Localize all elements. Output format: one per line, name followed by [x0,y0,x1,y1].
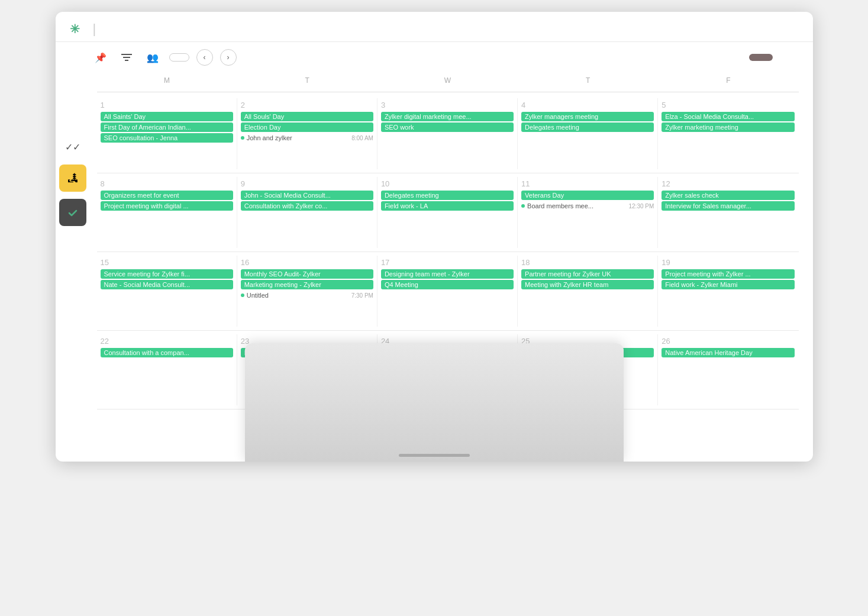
event-block[interactable]: Delegates meeting [521,122,654,132]
event-block[interactable]: Delegates meeting [381,191,514,200]
week-row-2: 15Service meeting for Zylker fi...Nate -… [97,252,799,331]
event-block[interactable]: Monthly SEO Audit- Zylker [241,269,373,279]
event-block[interactable]: Zylker marketing meeting [662,122,795,132]
event-block[interactable]: Elza - Social Media Consulta... [662,112,795,121]
day-number-16: 16 [241,258,373,267]
event-timed-time: 7:30 PM [351,292,373,299]
day-number-22: 22 [101,337,233,346]
day-cell-12: 12Zylker sales checkInterview for Sales … [658,177,798,248]
day-cell-10: 10Delegates meetingField work - LA [377,177,518,248]
photo-widget[interactable]: 🏞 [59,165,86,192]
day-number-5: 5 [662,101,795,109]
weekly-view-button[interactable] [775,54,799,61]
event-block[interactable]: Nate - Social Media Consult... [101,280,233,289]
app-window: ✳ | 📌 👥 ‹ › M T W [56,12,813,462]
day-cell-18: 18Partner meeting for Zylker UKMeeting w… [518,256,658,327]
event-block[interactable]: Q4 Meeting [381,280,514,289]
day-number-2: 2 [241,101,373,109]
event-block[interactable]: SEO consultation - Jenna [101,133,233,143]
event-block[interactable]: First Day of American Indian... [101,122,233,132]
day-cell-11: 11Veterans DayBoard members mee...12:30 … [518,177,658,248]
event-block[interactable]: Consultation with Zylker co... [241,201,373,211]
day-number-18: 18 [521,258,654,267]
day-header-mon: M [97,73,237,88]
event-block[interactable]: Marketing meeting - Zylker [241,280,373,289]
day-cell-5: 5Elza - Social Media Consulta...Zylker m… [658,98,798,169]
today-button[interactable] [169,53,189,62]
day-cell-9: 9John - Social Media Consult...Consultat… [237,177,377,248]
day-cell-4: 4Zylker managers meetingDelegates meetin… [518,98,658,169]
event-timed-label: Untitled [247,292,349,299]
day-cell-22: 22Consultation with a compan... [97,334,237,405]
day-cell-19: 19Project meeting with Zylker ...Field w… [658,256,798,327]
people-icon[interactable]: 👥 [143,48,162,67]
event-block[interactable]: Consultation with a compan... [101,348,233,357]
day-number-1: 1 [101,101,233,109]
event-block[interactable]: Native American Heritage Day [662,348,795,357]
event-block[interactable]: All Souls' Day [241,112,373,121]
event-block[interactable]: Field work - LA [381,201,514,211]
event-block[interactable]: Service meeting for Zylker fi... [101,269,233,279]
event-block[interactable]: Field work - Zylker Miami [662,280,795,289]
sidebar-left: ✓✓ 🏞 [56,130,90,232]
day-number-8: 8 [101,179,233,188]
view-toggle [749,54,799,61]
checkmark-icon[interactable]: ✓✓ [62,136,83,157]
day-cell-2: 2All Souls' DayElection DayJohn and zylk… [237,98,377,169]
day-number-9: 9 [241,179,373,188]
day-number-17: 17 [381,258,514,267]
logo-star-icon: ✳ [70,22,80,36]
week-row-0: 1All Saints' DayFirst Day of American In… [97,95,799,173]
event-timed[interactable]: John and zylker8:00 AM [241,133,373,143]
day-number-19: 19 [662,258,795,267]
prev-button[interactable]: ‹ [196,49,213,66]
day-cell-26: 26Native American Heritage Day [658,334,798,405]
app-header: ✳ | [56,12,813,42]
day-cell-16: 16Monthly SEO Audit- ZylkerMarketing mee… [237,256,377,327]
pin-icon[interactable]: 📌 [91,48,110,67]
event-block[interactable]: Designing team meet - Zylker [381,269,514,279]
event-timed[interactable]: Board members mee...12:30 PM [521,201,654,211]
event-block[interactable]: Zylker sales check [662,191,795,200]
svg-rect-3 [67,207,79,218]
day-cell-17: 17Designing team meet - ZylkerQ4 Meeting [377,256,518,327]
day-number-3: 3 [381,101,514,109]
day-number-11: 11 [521,179,654,188]
event-block[interactable]: Organizers meet for event [101,191,233,200]
day-cell-3: 3Zylker digital marketing mee...SEO work [377,98,518,169]
event-block[interactable]: Zylker managers meeting [521,112,654,121]
event-timed[interactable]: Untitled7:30 PM [241,291,373,300]
event-block[interactable]: Interview for Sales manager... [662,201,795,211]
event-block[interactable]: Partner meeting for Zylker UK [521,269,654,279]
day-cell-15: 15Service meeting for Zylker fi...Nate -… [97,256,237,327]
day-number-12: 12 [662,179,795,188]
event-timed-label: John and zylker [247,134,350,141]
day-header-wed: W [377,73,518,88]
task-widget[interactable] [59,199,86,226]
event-block[interactable]: Election Day [241,122,373,132]
day-cell-1: 1All Saints' DayFirst Day of American In… [97,98,237,169]
day-cell-8: 8Organizers meet for eventProject meetin… [97,177,237,248]
event-block[interactable]: Project meeting with Zylker ... [662,269,795,279]
week-row-1: 8Organizers meet for eventProject meetin… [97,173,799,252]
event-block[interactable]: Zylker digital marketing mee... [381,112,514,121]
bottom-bar [399,454,470,457]
event-block[interactable]: Veterans Day [521,191,654,200]
event-dot-icon [241,136,244,140]
event-block[interactable]: SEO work [381,122,514,132]
day-header-thu: T [518,73,658,88]
event-block[interactable]: All Saints' Day [101,112,233,121]
day-number-10: 10 [381,179,514,188]
event-block[interactable]: John - Social Media Consult... [241,191,373,200]
monthly-view-button[interactable] [749,54,773,61]
filter-icon[interactable] [117,48,136,67]
event-dot-icon [241,294,244,297]
day-header-fri: F [658,73,798,88]
day-number-26: 26 [662,337,795,346]
event-block[interactable]: Meeting with Zylker HR team [521,280,654,289]
event-timed-time: 12:30 PM [628,203,654,209]
day-header-tue: T [237,73,377,88]
next-button[interactable]: › [220,49,237,66]
app-logo: ✳ | [70,21,106,37]
event-block[interactable]: Project meeting with digital ... [101,201,233,211]
